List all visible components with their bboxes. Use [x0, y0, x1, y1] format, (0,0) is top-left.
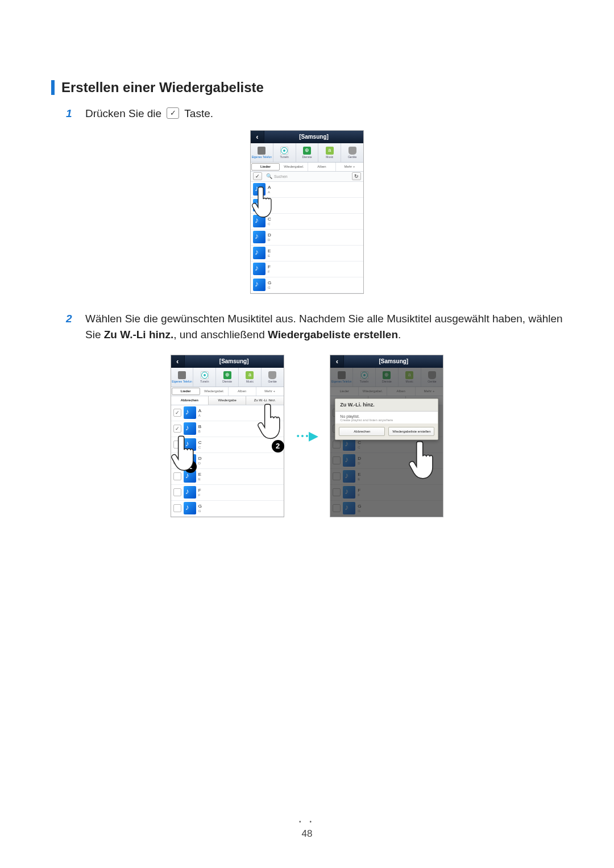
speaker-icon: [268, 371, 276, 379]
album-art-icon: [253, 215, 265, 227]
section-heading-text: Erstellen einer Wiedergabeliste: [61, 80, 264, 95]
step-1: 1 Drücken Sie die ✓ Taste.: [51, 106, 563, 122]
arrow-right-icon: •••▶: [297, 429, 318, 443]
list-item[interactable]: DD: [251, 230, 363, 246]
list-item[interactable]: CC: [251, 214, 363, 230]
list-item[interactable]: AA: [251, 182, 363, 198]
source-services[interactable]: ⊕Dienste: [216, 368, 239, 387]
source-own-phone[interactable]: Eigenes Telefon: [171, 368, 194, 387]
list-item[interactable]: CC: [171, 437, 284, 453]
callout-1: 1: [184, 460, 197, 473]
search-input[interactable]: 🔍Suchen: [264, 174, 350, 179]
callout-2: 2: [272, 440, 284, 452]
source-row: Eigenes Telefon ⦿TuneIn ⊕Dienste aMusic …: [251, 143, 363, 163]
search-icon: 🔍: [266, 174, 272, 179]
phone-icon: [258, 147, 265, 155]
source-services: ⊕Dienste: [376, 368, 399, 387]
tab-albums[interactable]: Alben: [229, 387, 256, 396]
source-music: aMusic: [399, 368, 421, 387]
source-devices[interactable]: Geräte: [262, 368, 284, 387]
back-button[interactable]: ‹: [330, 355, 344, 368]
source-tunein: ⦿TuneIn: [353, 368, 376, 387]
source-music[interactable]: aMusic: [239, 368, 262, 387]
step-2-number: 2: [66, 311, 85, 343]
tunein-icon: ⦿: [201, 371, 209, 379]
album-art-icon: [253, 247, 265, 259]
row-checkbox[interactable]: [173, 504, 181, 512]
list-item[interactable]: ✓BB: [171, 421, 284, 437]
tab-songs[interactable]: Lieder: [172, 388, 200, 395]
source-devices: Geräte: [421, 368, 443, 387]
phone-icon: [178, 371, 186, 379]
app-title: [Samsung]: [264, 134, 363, 140]
tab-albums[interactable]: Alben: [308, 163, 336, 171]
album-art-icon: [184, 422, 196, 435]
source-tunein[interactable]: ⦿TuneIn: [273, 143, 296, 162]
tab-playlists[interactable]: Wiedergabel.: [280, 163, 308, 171]
action-play[interactable]: Wiedergabe: [209, 396, 246, 405]
row-checkbox[interactable]: [173, 472, 181, 480]
page-indicator-dots: • •: [0, 819, 614, 825]
action-cancel[interactable]: Abbrechen: [171, 396, 209, 405]
add-playlist-dialog: Zu W.-Li. hinz. No playlist. Create play…: [335, 398, 438, 440]
list-item[interactable]: ✓AA: [171, 405, 284, 421]
step-2: 2 Wählen Sie die gewünschten Musiktitel …: [51, 311, 563, 343]
list-item[interactable]: GG: [251, 277, 363, 293]
checkbox-button-icon: ✓: [167, 107, 179, 119]
speaker-icon: [349, 147, 356, 155]
action-add-playlist[interactable]: Zu W.-Li. hinz.: [246, 396, 283, 405]
row-checkbox[interactable]: ✓: [173, 425, 181, 433]
album-art-icon: [253, 263, 265, 275]
amazon-icon: a: [246, 371, 254, 379]
section-heading: Erstellen einer Wiedergabeliste: [51, 80, 563, 95]
album-art-icon: [253, 199, 265, 211]
source-music[interactable]: aMusic: [318, 143, 341, 162]
back-button[interactable]: ‹: [251, 131, 264, 143]
source-devices[interactable]: Geräte: [341, 143, 363, 162]
step-1-number: 1: [66, 106, 85, 122]
step-2-text: Wählen Sie die gewünschten Musiktitel au…: [85, 311, 563, 343]
album-art-icon: [184, 438, 196, 451]
album-art-icon: [184, 502, 196, 514]
tab-more[interactable]: Mehr +: [336, 163, 363, 171]
row-checkbox[interactable]: [173, 441, 181, 448]
dialog-subtext: Create playlist and listen anywhere: [340, 418, 433, 422]
song-list: AA BB CC DD EE FF GG: [251, 182, 363, 293]
list-item[interactable]: GG: [171, 501, 284, 517]
step-1-text: Drücken Sie die ✓ Taste.: [85, 106, 563, 122]
back-button[interactable]: ‹: [171, 355, 185, 368]
row-checkbox[interactable]: [173, 456, 181, 464]
row-checkbox[interactable]: ✓: [173, 409, 181, 417]
phone-mockup-2: ‹ [Samsung] Eigenes Telefon ⦿TuneIn ⊕Die…: [171, 355, 284, 517]
phone-mockup-3: ‹ [Samsung] Eigenes Telefon ⦿TuneIn ⊕Die…: [330, 355, 443, 517]
app-title: [Samsung]: [344, 359, 443, 364]
tab-songs[interactable]: Lieder: [251, 163, 280, 171]
globe-icon: ⊕: [223, 371, 231, 379]
select-mode-button[interactable]: ✓: [253, 172, 262, 180]
tab-playlists[interactable]: Wiedergabel.: [201, 387, 229, 396]
source-own-phone[interactable]: Eigenes Telefon: [251, 143, 273, 162]
list-item[interactable]: FF: [251, 261, 363, 277]
dialog-cancel-button[interactable]: Abbrechen: [339, 427, 385, 436]
section-bar-accent: [51, 80, 55, 95]
source-own-phone: Eigenes Telefon: [330, 368, 353, 387]
list-item[interactable]: BB: [251, 198, 363, 214]
app-title: [Samsung]: [185, 359, 284, 364]
list-item[interactable]: FF: [171, 485, 284, 501]
album-art-icon: [184, 486, 196, 499]
tunein-icon: ⦿: [280, 147, 288, 155]
dialog-title: Zu W.-Li. hinz.: [335, 399, 438, 412]
source-services[interactable]: ⊕Dienste: [296, 143, 319, 162]
source-tunein[interactable]: ⦿TuneIn: [193, 368, 216, 387]
refresh-button[interactable]: ↻: [352, 172, 361, 180]
tab-more[interactable]: Mehr +: [256, 387, 284, 396]
dialog-message: No playlist.: [340, 414, 433, 418]
globe-icon: ⊕: [303, 147, 311, 155]
page-number: 48: [0, 828, 614, 840]
dialog-create-button[interactable]: Wiedergabeliste erstellen: [388, 427, 434, 436]
row-checkbox[interactable]: [173, 488, 181, 496]
album-art-icon: [253, 231, 265, 243]
phone-mockup-1: ‹ [Samsung] Eigenes Telefon ⦿TuneIn ⊕Die…: [250, 130, 364, 294]
list-item[interactable]: EE: [251, 246, 363, 261]
album-art-icon: [184, 406, 196, 419]
